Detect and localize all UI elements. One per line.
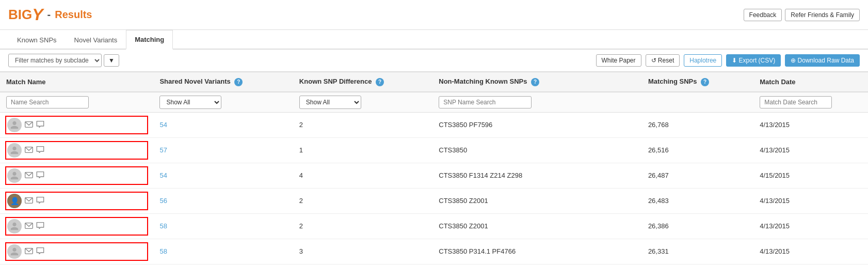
email-icon[interactable] xyxy=(25,247,33,256)
table-row: 542CTS3850 PF759626,7684/13/2015 xyxy=(0,112,868,137)
matching-snps-cell: 26,483 xyxy=(642,188,753,213)
matching-snps-cell: 26,516 xyxy=(642,137,753,163)
shared-novel-cell: 58 xyxy=(153,213,293,239)
message-icon[interactable] xyxy=(36,171,44,180)
shared-novel-cell: 54 xyxy=(153,112,293,137)
shared-novel-value[interactable]: 54 xyxy=(159,121,167,129)
shared-novel-value[interactable]: 58 xyxy=(159,247,167,255)
filter-subclade-select[interactable]: Filter matches by subclade xyxy=(8,54,102,67)
toolbar: Filter matches by subclade ▼ White Paper… xyxy=(0,50,868,72)
logo-dash: - xyxy=(47,9,51,21)
avatar xyxy=(7,118,22,132)
match-date-cell: 4/15/2015 xyxy=(753,163,868,188)
help-icon-matching-snps[interactable]: ? xyxy=(701,78,709,86)
match-date-cell: 4/13/2015 xyxy=(753,137,868,163)
known-diff-cell: 2 xyxy=(293,188,432,213)
table-row: 583CTS3850 P314.1 PF476626,3314/13/2015 xyxy=(0,239,868,264)
shared-novel-cell: 58 xyxy=(153,239,293,264)
email-icon[interactable] xyxy=(25,121,33,129)
known-diff-cell: 3 xyxy=(293,239,432,264)
shared-novel-value[interactable]: 57 xyxy=(159,146,167,154)
email-icon[interactable] xyxy=(25,197,33,205)
white-paper-button[interactable]: White Paper xyxy=(596,54,641,67)
shared-novel-cell: 54 xyxy=(153,163,293,188)
show-all-snv-select[interactable]: Show All xyxy=(159,96,221,109)
filter-name-cell xyxy=(0,92,153,113)
logo-results: Results xyxy=(55,9,92,21)
avatar xyxy=(7,168,22,183)
non-matching-cell: CTS3850 PF7596 xyxy=(432,112,642,137)
filter-match-date-cell xyxy=(753,92,868,113)
matching-snps-cell: 26,331 xyxy=(642,239,753,264)
tab-matching[interactable]: Matching xyxy=(126,30,173,50)
known-diff-cell: 4 xyxy=(293,163,432,188)
shared-novel-cell: 57 xyxy=(153,137,293,163)
filter-matching-snps-cell xyxy=(642,92,753,113)
filter-dropdown-button[interactable]: ▼ xyxy=(104,54,119,67)
table-row: 571CTS385026,5164/13/2015 xyxy=(0,137,868,163)
match-date-cell: 4/13/2015 xyxy=(753,188,868,213)
message-icon[interactable] xyxy=(36,120,44,129)
shared-novel-value[interactable]: 58 xyxy=(159,222,167,230)
filter-container: Filter matches by subclade ▼ xyxy=(8,54,119,67)
match-date-cell: 4/13/2015 xyxy=(753,213,868,239)
match-date-cell: 4/13/2015 xyxy=(753,239,868,264)
non-matching-cell: CTS3850 F1314 Z214 Z298 xyxy=(432,163,642,188)
svg-text:👤: 👤 xyxy=(10,197,20,206)
reset-button[interactable]: ↺ Reset xyxy=(646,54,680,67)
avatar xyxy=(7,244,22,259)
non-matching-cell: CTS3850 xyxy=(432,137,642,163)
shared-novel-value[interactable]: 54 xyxy=(159,172,167,179)
logo-big: BIG xyxy=(8,7,32,23)
col-header-match-date: Match Date xyxy=(753,72,868,92)
message-icon[interactable] xyxy=(36,196,44,205)
header-buttons: Feedback Refer Friends & Family xyxy=(744,9,860,21)
match-name-cell xyxy=(0,239,153,264)
table-row: 544CTS3850 F1314 Z214 Z29826,4874/15/201… xyxy=(0,163,868,188)
snp-name-search-input[interactable] xyxy=(439,96,532,108)
name-search-input[interactable] xyxy=(6,96,89,108)
email-icon[interactable] xyxy=(25,222,33,230)
message-icon[interactable] xyxy=(36,146,44,154)
known-diff-cell: 1 xyxy=(293,137,432,163)
filter-snp-name-cell xyxy=(432,92,642,113)
results-table: Match Name Shared Novel Variants ? Known… xyxy=(0,72,868,265)
non-matching-cell: CTS3850 Z2001 xyxy=(432,188,642,213)
email-icon[interactable] xyxy=(25,146,33,154)
message-icon[interactable] xyxy=(36,222,44,230)
download-raw-button[interactable]: ⊕ Download Raw Data xyxy=(785,54,860,67)
help-icon-shared-novel[interactable]: ? xyxy=(234,78,243,86)
known-diff-cell: 2 xyxy=(293,112,432,137)
matching-snps-cell: 26,487 xyxy=(642,163,753,188)
filter-known-cell: Show All xyxy=(293,92,432,113)
match-date-search-input[interactable] xyxy=(760,96,832,108)
avatar xyxy=(7,219,22,233)
header: BIGY - Results Feedback Refer Friends & … xyxy=(0,0,868,30)
tab-novel-variants[interactable]: Novel Variants xyxy=(66,30,126,49)
export-csv-button[interactable]: ⬇ Export (CSV) xyxy=(726,54,781,67)
tab-known-snps[interactable]: Known SNPs xyxy=(8,30,66,49)
show-all-known-select[interactable]: Show All xyxy=(299,96,361,109)
table-body: 542CTS3850 PF759626,7684/13/2015571CTS38… xyxy=(0,112,868,265)
known-diff-cell: 2 xyxy=(293,213,432,239)
table-row: 582CTS3850 Z200126,3864/13/2015 xyxy=(0,213,868,239)
feedback-button[interactable]: Feedback xyxy=(744,9,782,21)
message-icon[interactable] xyxy=(36,247,44,256)
col-header-non-matching: Non-Matching Known SNPs ? xyxy=(432,72,642,92)
email-icon[interactable] xyxy=(25,172,33,180)
col-header-matching-snps: Matching SNPs ? xyxy=(642,72,753,92)
help-icon-known-snp-diff[interactable]: ? xyxy=(376,78,384,86)
matching-snps-cell: 26,768 xyxy=(642,112,753,137)
shared-novel-value[interactable]: 56 xyxy=(159,197,167,205)
refer-button[interactable]: Refer Friends & Family xyxy=(785,9,860,21)
match-date-cell: 4/13/2015 xyxy=(753,112,868,137)
match-name-cell xyxy=(0,137,153,163)
non-matching-cell: CTS3850 P314.1 PF4766 xyxy=(432,239,642,264)
match-name-cell xyxy=(0,213,153,239)
table-row: 👤562CTS3850 Z200126,4834/13/2015 xyxy=(0,188,868,213)
match-name-cell xyxy=(0,163,153,188)
results-table-container: Match Name Shared Novel Variants ? Known… xyxy=(0,72,868,265)
avatar: 👤 xyxy=(7,194,22,208)
help-icon-non-matching[interactable]: ? xyxy=(531,78,539,86)
haplotree-button[interactable]: Haplotree xyxy=(684,54,722,67)
